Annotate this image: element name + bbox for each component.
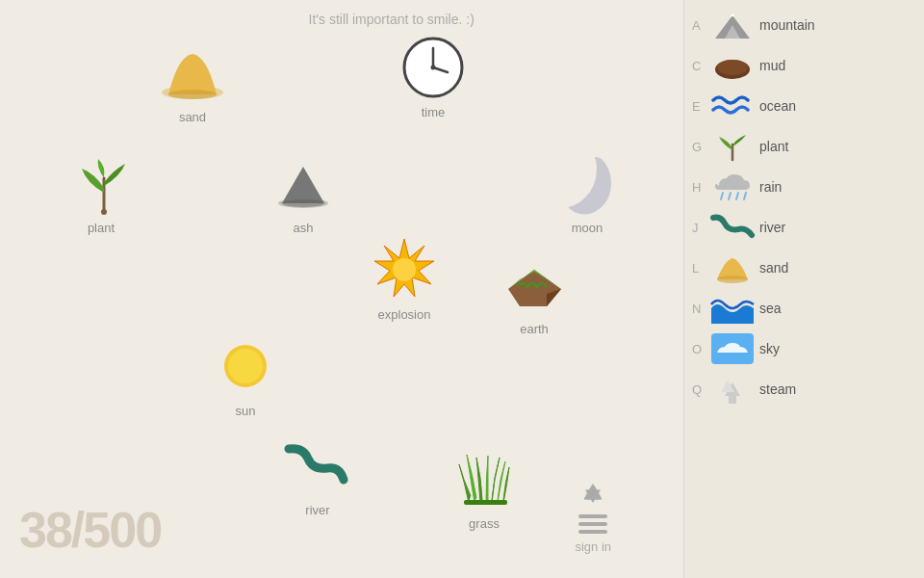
- sand-sidebar-label: sand: [759, 260, 788, 276]
- svg-point-1: [168, 90, 217, 99]
- svg-rect-13: [464, 500, 507, 505]
- plant-icon: [67, 149, 135, 217]
- svg-line-22: [744, 193, 746, 199]
- sidebar-item-steam[interactable]: Q steam: [684, 369, 924, 409]
- plant-sidebar-label: plant: [759, 139, 788, 154]
- river-icon: [284, 432, 351, 499]
- earth-icon: [500, 250, 568, 318]
- sand-label: sand: [179, 110, 206, 124]
- ash-icon: [270, 149, 337, 217]
- river-label: river: [305, 503, 329, 517]
- svg-line-20: [729, 193, 731, 199]
- svg-rect-16: [578, 530, 607, 534]
- sidebar-item-sea[interactable]: N sea: [684, 288, 924, 328]
- mountain-sidebar-icon: [711, 9, 754, 41]
- svg-line-21: [736, 193, 738, 199]
- svg-rect-15: [578, 522, 607, 526]
- svg-point-23: [717, 276, 748, 283]
- sidebar-item-mud[interactable]: C mud: [684, 45, 924, 86]
- sidebar-item-rain[interactable]: H rain: [684, 167, 924, 207]
- score-display: 38/500: [19, 501, 161, 559]
- mud-sidebar-icon: [711, 49, 754, 82]
- river-sidebar-label: river: [759, 220, 785, 235]
- earth-label: earth: [520, 322, 549, 336]
- rain-sidebar-icon: [711, 171, 754, 203]
- explosion-icon: [371, 236, 438, 303]
- sidebar-item-sand[interactable]: L sand: [684, 248, 924, 288]
- moon-label: moon: [572, 221, 603, 235]
- svg-point-5: [431, 66, 436, 70]
- sea-sidebar-label: sea: [759, 301, 782, 316]
- mud-sidebar-label: mud: [759, 58, 785, 73]
- grass-icon: [450, 445, 518, 512]
- svg-point-7: [282, 199, 324, 207]
- steam-sidebar-label: steam: [759, 381, 796, 397]
- steam-sidebar-icon: [711, 373, 754, 406]
- ocean-sidebar-label: ocean: [759, 98, 796, 114]
- time-icon: [399, 34, 467, 101]
- svg-point-8: [101, 209, 107, 215]
- main-canvas[interactable]: It's still important to smile. :) sand t…: [0, 0, 683, 578]
- svg-point-12: [228, 349, 263, 383]
- item-earth[interactable]: earth: [500, 250, 568, 336]
- sidebar: A mountain C mud E ocean: [683, 0, 924, 578]
- sky-sidebar-label: sky: [759, 341, 780, 356]
- message-text: It's still important to smile. :): [309, 12, 475, 27]
- recycle-icon: [578, 480, 607, 509]
- grass-label: grass: [469, 516, 500, 531]
- signin-area[interactable]: sign in: [575, 480, 611, 554]
- svg-rect-14: [578, 514, 607, 518]
- explosion-label: explosion: [378, 307, 431, 322]
- svg-point-10: [393, 258, 416, 281]
- plant-sidebar-icon: [711, 130, 754, 163]
- river-sidebar-icon: [711, 211, 754, 244]
- plant-label: plant: [88, 221, 115, 235]
- sidebar-item-plant[interactable]: G plant: [684, 126, 924, 167]
- item-moon[interactable]: moon: [553, 149, 621, 235]
- menu-icon: [578, 513, 607, 535]
- rain-sidebar-label: rain: [759, 179, 782, 195]
- sun-icon: [212, 332, 279, 400]
- sidebar-item-ocean[interactable]: E ocean: [684, 86, 924, 126]
- item-ash[interactable]: ash: [270, 149, 337, 235]
- item-explosion[interactable]: explosion: [371, 236, 438, 322]
- sidebar-item-sky[interactable]: O sky: [684, 328, 924, 369]
- ocean-sidebar-icon: [711, 90, 754, 122]
- svg-point-18: [717, 60, 748, 75]
- signin-label[interactable]: sign in: [575, 539, 611, 554]
- sun-label: sun: [236, 404, 256, 418]
- sidebar-item-river[interactable]: J river: [684, 207, 924, 248]
- mountain-sidebar-label: mountain: [759, 17, 815, 33]
- sky-sidebar-icon: [711, 332, 754, 365]
- moon-icon: [553, 149, 621, 217]
- sidebar-item-mountain[interactable]: A mountain: [684, 5, 924, 45]
- item-sand[interactable]: sand: [159, 39, 226, 124]
- sea-sidebar-icon: [711, 292, 754, 325]
- item-grass[interactable]: grass: [450, 445, 518, 531]
- item-river[interactable]: river: [284, 432, 351, 517]
- sand-icon: [159, 39, 226, 106]
- svg-line-19: [721, 193, 723, 199]
- item-time[interactable]: time: [399, 34, 467, 119]
- item-sun[interactable]: sun: [212, 332, 279, 418]
- time-label: time: [422, 105, 446, 119]
- item-plant[interactable]: plant: [67, 149, 135, 235]
- ash-label: ash: [294, 221, 314, 235]
- sand-sidebar-icon: [711, 251, 754, 284]
